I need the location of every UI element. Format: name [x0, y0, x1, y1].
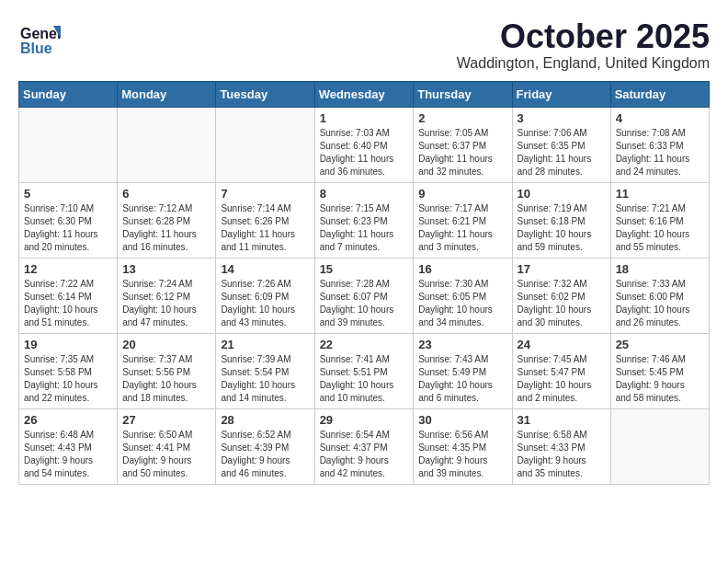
calendar-cell: 24Sunrise: 7:45 AM Sunset: 5:47 PM Dayli…	[512, 333, 610, 408]
day-number: 13	[122, 262, 210, 276]
day-info: Sunrise: 7:19 AM Sunset: 6:18 PM Dayligh…	[518, 202, 606, 254]
day-info: Sunrise: 7:21 AM Sunset: 6:16 PM Dayligh…	[616, 202, 704, 254]
day-number: 24	[518, 338, 606, 351]
calendar-cell: 23Sunrise: 7:43 AM Sunset: 5:49 PM Dayli…	[414, 333, 512, 408]
month-title: October 2025	[457, 18, 710, 55]
calendar-cell: 25Sunrise: 7:46 AM Sunset: 5:45 PM Dayli…	[610, 333, 709, 408]
day-info: Sunrise: 7:17 AM Sunset: 6:21 PM Dayligh…	[418, 202, 506, 254]
calendar-cell: 4Sunrise: 7:08 AM Sunset: 6:33 PM Daylig…	[610, 107, 709, 182]
calendar-cell: 12Sunrise: 7:22 AM Sunset: 6:14 PM Dayli…	[19, 258, 118, 333]
day-number: 17	[518, 262, 606, 276]
day-number: 6	[122, 187, 210, 201]
day-info: Sunrise: 7:14 AM Sunset: 6:26 PM Dayligh…	[221, 202, 309, 254]
calendar-cell: 13Sunrise: 7:24 AM Sunset: 6:12 PM Dayli…	[118, 258, 216, 333]
day-number: 19	[24, 338, 112, 351]
day-number: 2	[418, 111, 506, 125]
calendar-cell: 27Sunrise: 6:50 AM Sunset: 4:41 PM Dayli…	[118, 408, 216, 484]
calendar-cell: 29Sunrise: 6:54 AM Sunset: 4:37 PM Dayli…	[314, 408, 414, 484]
calendar-cell: 21Sunrise: 7:39 AM Sunset: 5:54 PM Dayli…	[216, 333, 314, 408]
day-info: Sunrise: 7:33 AM Sunset: 6:00 PM Dayligh…	[616, 278, 704, 329]
day-info: Sunrise: 7:22 AM Sunset: 6:14 PM Dayligh…	[24, 278, 112, 329]
calendar-cell	[118, 107, 216, 182]
day-header-thursday: Thursday	[414, 81, 512, 107]
title-block: October 2025 Waddington, England, United…	[457, 18, 710, 72]
calendar-cell: 18Sunrise: 7:33 AM Sunset: 6:00 PM Dayli…	[610, 258, 709, 333]
calendar-cell: 9Sunrise: 7:17 AM Sunset: 6:21 PM Daylig…	[414, 182, 512, 258]
calendar-cell: 30Sunrise: 6:56 AM Sunset: 4:35 PM Dayli…	[414, 408, 512, 484]
day-info: Sunrise: 7:08 AM Sunset: 6:33 PM Dayligh…	[616, 127, 704, 178]
day-number: 27	[122, 413, 210, 427]
calendar-cell	[19, 107, 118, 182]
calendar-week-row: 26Sunrise: 6:48 AM Sunset: 4:43 PM Dayli…	[19, 408, 710, 484]
calendar-table: SundayMondayTuesdayWednesdayThursdayFrid…	[18, 81, 710, 485]
day-info: Sunrise: 7:46 AM Sunset: 5:45 PM Dayligh…	[616, 353, 704, 405]
calendar-week-row: 19Sunrise: 7:35 AM Sunset: 5:58 PM Dayli…	[19, 333, 710, 408]
calendar-week-row: 1Sunrise: 7:03 AM Sunset: 6:40 PM Daylig…	[19, 107, 710, 182]
day-number: 20	[122, 338, 210, 351]
day-number: 31	[518, 413, 606, 427]
day-info: Sunrise: 7:06 AM Sunset: 6:35 PM Dayligh…	[518, 127, 606, 178]
day-info: Sunrise: 7:37 AM Sunset: 5:56 PM Dayligh…	[122, 353, 210, 405]
day-info: Sunrise: 7:30 AM Sunset: 6:05 PM Dayligh…	[418, 278, 506, 329]
day-info: Sunrise: 7:45 AM Sunset: 5:47 PM Dayligh…	[518, 353, 606, 405]
day-info: Sunrise: 7:05 AM Sunset: 6:37 PM Dayligh…	[418, 127, 506, 178]
day-info: Sunrise: 6:56 AM Sunset: 4:35 PM Dayligh…	[418, 429, 506, 480]
calendar-cell: 14Sunrise: 7:26 AM Sunset: 6:09 PM Dayli…	[216, 258, 314, 333]
day-number: 5	[24, 187, 112, 201]
day-number: 25	[616, 338, 704, 351]
day-number: 4	[616, 111, 704, 125]
calendar-cell: 6Sunrise: 7:12 AM Sunset: 6:28 PM Daylig…	[118, 182, 216, 258]
calendar-cell: 10Sunrise: 7:19 AM Sunset: 6:18 PM Dayli…	[512, 182, 610, 258]
day-number: 16	[418, 262, 506, 276]
day-number: 15	[320, 262, 409, 276]
svg-text:Blue: Blue	[20, 40, 52, 56]
day-info: Sunrise: 7:41 AM Sunset: 5:51 PM Dayligh…	[320, 353, 409, 405]
calendar-cell: 16Sunrise: 7:30 AM Sunset: 6:05 PM Dayli…	[414, 258, 512, 333]
day-header-saturday: Saturday	[610, 81, 709, 107]
day-info: Sunrise: 6:50 AM Sunset: 4:41 PM Dayligh…	[122, 429, 210, 480]
day-number: 8	[320, 187, 409, 201]
calendar-cell: 8Sunrise: 7:15 AM Sunset: 6:23 PM Daylig…	[314, 182, 414, 258]
logo-icon: General Blue	[18, 18, 61, 61]
day-info: Sunrise: 6:54 AM Sunset: 4:37 PM Dayligh…	[320, 429, 409, 480]
day-info: Sunrise: 7:03 AM Sunset: 6:40 PM Dayligh…	[320, 127, 409, 178]
calendar-cell: 1Sunrise: 7:03 AM Sunset: 6:40 PM Daylig…	[314, 107, 414, 182]
day-number: 3	[518, 111, 606, 125]
calendar-week-row: 12Sunrise: 7:22 AM Sunset: 6:14 PM Dayli…	[19, 258, 710, 333]
day-info: Sunrise: 7:43 AM Sunset: 5:49 PM Dayligh…	[418, 353, 506, 405]
day-header-friday: Friday	[512, 81, 610, 107]
day-info: Sunrise: 7:10 AM Sunset: 6:30 PM Dayligh…	[24, 202, 112, 254]
calendar-cell: 15Sunrise: 7:28 AM Sunset: 6:07 PM Dayli…	[314, 258, 414, 333]
day-number: 10	[518, 187, 606, 201]
day-number: 12	[24, 262, 112, 276]
day-number: 28	[221, 413, 309, 427]
calendar-cell: 5Sunrise: 7:10 AM Sunset: 6:30 PM Daylig…	[19, 182, 118, 258]
calendar-cell: 3Sunrise: 7:06 AM Sunset: 6:35 PM Daylig…	[512, 107, 610, 182]
day-info: Sunrise: 6:52 AM Sunset: 4:39 PM Dayligh…	[221, 429, 309, 480]
day-info: Sunrise: 7:26 AM Sunset: 6:09 PM Dayligh…	[221, 278, 309, 329]
calendar-cell	[610, 408, 709, 484]
day-number: 9	[418, 187, 506, 201]
day-number: 18	[616, 262, 704, 276]
logo: General Blue	[18, 18, 66, 64]
calendar-cell: 28Sunrise: 6:52 AM Sunset: 4:39 PM Dayli…	[216, 408, 314, 484]
day-number: 7	[221, 187, 309, 201]
day-header-wednesday: Wednesday	[314, 81, 414, 107]
day-number: 26	[24, 413, 112, 427]
day-info: Sunrise: 7:12 AM Sunset: 6:28 PM Dayligh…	[122, 202, 210, 254]
day-number: 11	[616, 187, 704, 201]
day-header-sunday: Sunday	[19, 81, 118, 107]
day-number: 30	[418, 413, 506, 427]
day-info: Sunrise: 6:58 AM Sunset: 4:33 PM Dayligh…	[518, 429, 606, 480]
calendar-cell: 11Sunrise: 7:21 AM Sunset: 6:16 PM Dayli…	[610, 182, 709, 258]
day-number: 23	[418, 338, 506, 351]
calendar-cell: 2Sunrise: 7:05 AM Sunset: 6:37 PM Daylig…	[414, 107, 512, 182]
calendar-cell: 31Sunrise: 6:58 AM Sunset: 4:33 PM Dayli…	[512, 408, 610, 484]
day-number: 1	[320, 111, 409, 125]
day-number: 29	[320, 413, 409, 427]
day-info: Sunrise: 7:24 AM Sunset: 6:12 PM Dayligh…	[122, 278, 210, 329]
day-info: Sunrise: 7:39 AM Sunset: 5:54 PM Dayligh…	[221, 353, 309, 405]
day-header-tuesday: Tuesday	[216, 81, 314, 107]
day-number: 14	[221, 262, 309, 276]
day-info: Sunrise: 7:35 AM Sunset: 5:58 PM Dayligh…	[24, 353, 112, 405]
